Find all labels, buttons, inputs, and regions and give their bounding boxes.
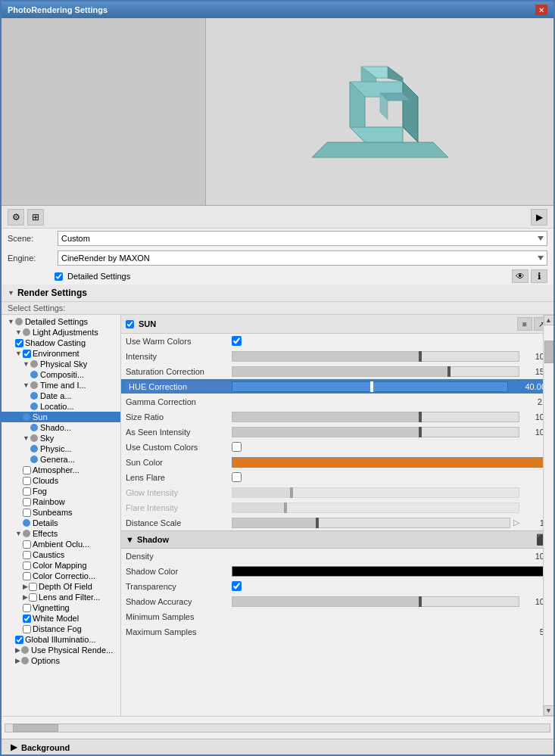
background-bar[interactable]: ▶ Background <box>2 739 553 755</box>
dof-cb[interactable] <box>29 583 37 591</box>
svg-marker-0 <box>312 142 448 157</box>
detailed-settings-checkbox[interactable] <box>55 272 63 281</box>
shadow-cb[interactable] <box>15 339 23 347</box>
close-button[interactable]: ✕ <box>535 5 547 15</box>
scroll-thumb[interactable] <box>544 341 553 363</box>
cm-cb[interactable] <box>23 562 31 570</box>
gi-cb[interactable] <box>15 636 23 644</box>
tree-item-physic[interactable]: Physic... <box>2 443 120 454</box>
sun-list-btn[interactable]: ≡ <box>517 317 532 331</box>
tree-item-atmosphere[interactable]: Atmospher... <box>2 465 120 475</box>
flare-slider[interactable] <box>232 502 519 513</box>
tree-item-vignetting[interactable]: Vignetting <box>2 602 120 613</box>
shadow-acc-slider[interactable] <box>232 596 519 607</box>
prop-control <box>232 457 549 468</box>
tree-item-light-adjustments[interactable]: ▼ Light Adjustments <box>2 327 120 338</box>
df-cb[interactable] <box>23 625 31 633</box>
scene-select[interactable]: Custom <box>58 231 547 246</box>
tree-item-dof[interactable]: ▶ Depth Of Field <box>2 581 120 592</box>
tree-item-date[interactable]: Date a... <box>2 390 120 401</box>
intensity-slider[interactable] <box>232 351 519 362</box>
tree-item-physical-sky[interactable]: ▼ Physical Sky <box>2 359 120 369</box>
tree-item-sun[interactable]: Sun <box>2 412 120 422</box>
h-scroll-thumb[interactable] <box>13 724 58 732</box>
wm-cb[interactable] <box>23 614 31 623</box>
tree-item-compositing[interactable]: Compositi... <box>2 369 120 380</box>
tree-item-time-and[interactable]: ▼ Time and I... <box>2 380 120 390</box>
size-slider[interactable] <box>232 412 519 422</box>
slider-thumb[interactable] <box>419 351 422 362</box>
engine-label: Engine: <box>8 254 53 263</box>
nav-right-btn[interactable]: ▶ <box>531 209 547 226</box>
ambient-cb[interactable] <box>23 540 31 549</box>
warm-colors-cb[interactable] <box>232 336 242 346</box>
tree-item-effects[interactable]: ▼ Effects <box>2 528 120 539</box>
scene-row: Scene: Custom <box>2 229 553 248</box>
tree-item-white-model[interactable]: White Model <box>2 613 120 624</box>
rainbow-cb[interactable] <box>23 498 31 506</box>
distance-slider[interactable] <box>232 518 510 528</box>
vig-cb[interactable] <box>23 604 31 612</box>
glow-slider[interactable] <box>232 487 519 498</box>
tree-item-shadow-sun[interactable]: Shado... <box>2 422 120 433</box>
settings-icon-btn[interactable]: ⚙ <box>8 209 24 226</box>
tree-item-caustics[interactable]: Caustics <box>2 549 120 560</box>
env-cb[interactable] <box>23 350 31 358</box>
clouds-cb[interactable] <box>23 477 31 485</box>
caustics-cb[interactable] <box>23 551 31 559</box>
transparency-cb[interactable] <box>232 581 242 591</box>
tree-item-options[interactable]: ▶ Options <box>2 655 120 666</box>
dot-icon <box>23 328 30 336</box>
lens-flare-cb[interactable] <box>232 472 242 482</box>
prop-use-warm-colors: Use Warm Colors <box>121 334 553 349</box>
tree-item-ambient[interactable]: Ambient Oclu... <box>2 539 120 549</box>
slider-thumb[interactable] <box>419 596 422 607</box>
expand-icon: ▼ <box>15 530 22 537</box>
lf-cb[interactable] <box>29 593 37 602</box>
slider-thumb[interactable] <box>447 366 451 377</box>
tree-item-clouds[interactable]: Clouds <box>2 475 120 486</box>
shadow-color-swatch[interactable] <box>232 566 549 577</box>
slider-thumb[interactable] <box>419 412 422 422</box>
slider-thumb[interactable] <box>316 518 319 528</box>
tree-item-sunbeams[interactable]: Sunbeams <box>2 507 120 518</box>
sun-enable-checkbox[interactable] <box>126 320 134 328</box>
sunbeams-cb[interactable] <box>23 509 31 517</box>
eye-icon[interactable]: 👁 <box>512 269 528 283</box>
tree-item-general[interactable]: Genera... <box>2 454 120 465</box>
tree-item-shadow-casting[interactable]: Shadow Casting <box>2 338 120 348</box>
tree-item-color-mapping[interactable]: Color Mapping <box>2 560 120 571</box>
scroll-up-btn[interactable]: ▲ <box>544 315 554 325</box>
info-icon[interactable]: ℹ <box>531 269 547 283</box>
layout-icon-btn[interactable]: ⊞ <box>27 209 44 226</box>
sun-title-label: SUN <box>139 319 156 328</box>
horizontal-scrollbar[interactable] <box>5 723 550 733</box>
hue-slider[interactable] <box>232 381 508 392</box>
tree-item-environment[interactable]: ▼ Environment <box>2 348 120 359</box>
tree-item-detailed-settings[interactable]: ▼ Detailed Settings <box>2 316 120 327</box>
as-seen-slider[interactable] <box>232 427 519 437</box>
tree-item-use-physical[interactable]: ▶ Use Physical Rende... <box>2 645 120 655</box>
cc-cb[interactable] <box>23 572 31 580</box>
saturation-slider[interactable] <box>232 366 519 377</box>
tree-item-distance-fog[interactable]: Distance Fog <box>2 624 120 634</box>
tree-item-rainbow[interactable]: Rainbow <box>2 496 120 507</box>
tree-item-location[interactable]: Locatio... <box>2 401 120 412</box>
custom-colors-cb[interactable] <box>232 442 242 452</box>
tree-label: Details <box>33 518 58 527</box>
vertical-scrollbar[interactable]: ▲ ▼ <box>543 315 553 716</box>
tree-item-sky[interactable]: ▼ Sky <box>2 433 120 443</box>
tree-item-color-correction[interactable]: Color Correctio... <box>2 571 120 581</box>
sun-color-swatch[interactable] <box>232 457 549 468</box>
tree-item-global-illum[interactable]: Global Illuminatio... <box>2 634 120 645</box>
prop-control: 100 <box>232 427 549 437</box>
fog-cb[interactable] <box>23 487 31 496</box>
scroll-down-btn[interactable]: ▼ <box>544 705 554 716</box>
tree-item-lens-filter[interactable]: ▶ Lens and Filter... <box>2 592 120 602</box>
slider-thumb[interactable] <box>419 427 422 437</box>
tree-item-details[interactable]: Details <box>2 518 120 528</box>
slider-thumb[interactable] <box>370 381 373 392</box>
engine-select[interactable]: CineRender by MAXON <box>58 250 547 266</box>
tree-item-fog[interactable]: Fog <box>2 486 120 496</box>
atm-cb[interactable] <box>23 466 31 474</box>
